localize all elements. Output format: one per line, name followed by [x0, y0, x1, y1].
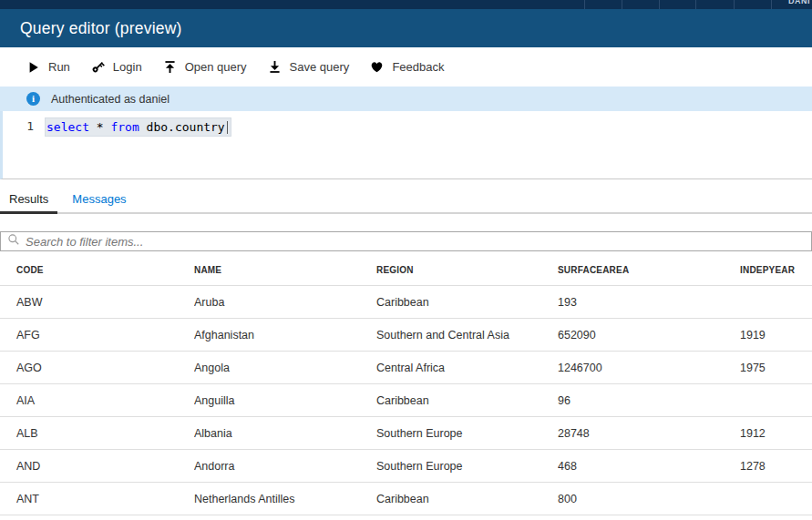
text-cursor — [227, 121, 228, 134]
open-query-button-label: Open query — [185, 60, 247, 74]
topbar-separator — [584, 0, 585, 9]
cell-region: Caribbean — [376, 296, 558, 309]
page-title: Query editor (preview) — [20, 19, 182, 38]
cell-indepyear: 1919 — [740, 329, 812, 342]
login-button[interactable]: Login — [91, 60, 142, 74]
sql-keyword: select — [46, 118, 89, 136]
save-query-button[interactable]: Save query — [268, 60, 350, 74]
cell-region: Southern and Central Asia — [376, 329, 558, 342]
cell-surfacearea: 28748 — [558, 427, 740, 440]
results-tabbar: Results Messages — [0, 189, 812, 214]
cell-region: Central Africa — [376, 362, 558, 374]
cell-name: Netherlands Antilles — [194, 493, 376, 505]
cell-surfacearea: 1246700 — [558, 362, 740, 374]
cell-indepyear: 1975 — [740, 362, 812, 374]
account-name-partial[interactable]: DANI — [788, 0, 810, 5]
save-query-button-label: Save query — [290, 60, 350, 74]
grid-header-row: CODE NAME REGION SURFACEAREA INDEPYEAR — [0, 255, 812, 286]
cell-code: ANT — [16, 493, 194, 505]
cell-code: ALB — [16, 427, 194, 440]
key-icon — [91, 60, 105, 74]
table-row[interactable]: AFG Afghanistan Southern and Central Asi… — [0, 319, 812, 352]
cell-name: Albania — [194, 427, 376, 440]
login-button-label: Login — [113, 60, 142, 74]
cell-name: Andorra — [194, 460, 376, 473]
table-row[interactable]: AIA Anguilla Caribbean 96 — [0, 384, 812, 417]
tab-messages[interactable]: Messages — [63, 192, 135, 212]
column-header-code: CODE — [16, 265, 194, 275]
topbar-separator — [771, 0, 772, 9]
cell-name: Afghanistan — [194, 329, 376, 342]
download-icon — [268, 60, 282, 74]
topbar-separator — [734, 0, 735, 9]
cell-code: AGO — [16, 362, 194, 374]
sql-code-text[interactable]: select * from dbo.country — [45, 117, 231, 137]
open-query-button[interactable]: Open query — [163, 60, 247, 74]
search-icon — [7, 233, 20, 250]
topbar-separator — [659, 0, 660, 9]
search-input[interactable] — [26, 235, 811, 249]
feedback-button[interactable]: Feedback — [370, 60, 444, 74]
command-bar: Run Login Open query — [0, 47, 812, 87]
portal-top-bar: DANI — [0, 0, 812, 9]
table-row[interactable]: ANT Netherlands Antilles Caribbean 800 — [0, 483, 812, 515]
upload-icon — [163, 60, 177, 74]
column-header-surfacearea: SURFACEAREA — [558, 265, 740, 275]
cell-surfacearea: 193 — [558, 296, 740, 309]
cell-surfacearea: 800 — [558, 493, 740, 505]
cell-name: Angola — [194, 362, 376, 374]
topbar-separator — [622, 0, 622, 9]
blade-header: Query editor (preview) — [0, 9, 812, 47]
results-grid: CODE NAME REGION SURFACEAREA INDEPYEAR A… — [0, 255, 812, 515]
cell-code: AIA — [16, 394, 194, 407]
info-icon: i — [26, 92, 40, 106]
cell-region: Southern Europe — [376, 427, 558, 440]
run-button[interactable]: Run — [27, 60, 70, 74]
cell-code: AFG — [16, 329, 194, 342]
cell-code: AND — [16, 460, 194, 473]
editor-line[interactable]: 1 select * from dbo.country — [3, 117, 812, 137]
sql-text: * — [89, 118, 110, 136]
cell-indepyear: 1912 — [740, 427, 812, 440]
table-row[interactable]: ALB Albania Southern Europe 28748 1912 — [0, 417, 812, 450]
heart-icon — [370, 60, 384, 74]
table-row[interactable]: ABW Aruba Caribbean 193 — [0, 286, 812, 319]
play-icon — [27, 61, 40, 74]
cell-code: ABW — [16, 296, 194, 309]
sql-text: dbo.country — [139, 118, 225, 136]
cell-region: Caribbean — [376, 394, 558, 407]
run-button-label: Run — [48, 60, 70, 74]
cell-name: Aruba — [194, 296, 376, 309]
cell-surfacearea: 468 — [558, 460, 740, 473]
notification-text: Authenticated as daniel — [51, 93, 170, 106]
table-row[interactable]: AGO Angola Central Africa 1246700 1975 — [0, 352, 812, 384]
filter-box — [0, 231, 812, 251]
column-header-indepyear: INDEPYEAR — [740, 265, 812, 275]
cell-indepyear: 1278 — [740, 460, 812, 473]
cell-name: Anguilla — [194, 394, 376, 407]
line-number: 1 — [3, 117, 34, 137]
sql-editor[interactable]: 1 select * from dbo.country — [0, 111, 812, 179]
cell-surfacearea: 652090 — [558, 329, 740, 342]
tab-results[interactable]: Results — [0, 192, 57, 212]
topbar-separator — [695, 0, 696, 9]
column-header-region: REGION — [376, 265, 558, 275]
cell-region: Caribbean — [376, 493, 558, 505]
notification-bar: i Authenticated as daniel — [0, 87, 812, 111]
cell-surfacearea: 96 — [558, 394, 740, 407]
cell-region: Southern Europe — [376, 460, 558, 473]
feedback-button-label: Feedback — [392, 60, 444, 74]
column-header-name: NAME — [194, 265, 376, 275]
sql-keyword: from — [110, 118, 139, 136]
table-row[interactable]: AND Andorra Southern Europe 468 1278 — [0, 450, 812, 483]
